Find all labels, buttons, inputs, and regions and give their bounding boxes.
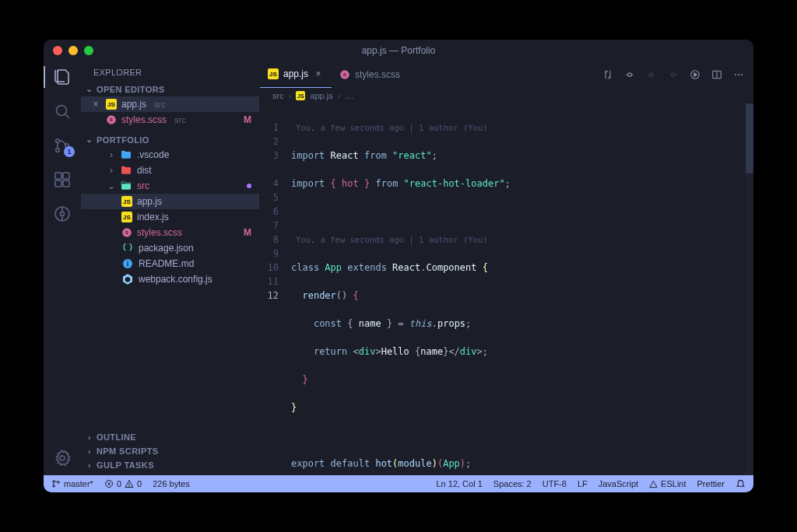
notifications-icon[interactable] [736,479,746,489]
folder-name: src [137,180,149,191]
file-item[interactable]: JS index.js [81,209,259,225]
svg-point-21 [628,72,632,76]
file-item[interactable]: S styles.scss M [81,225,259,240]
javascript-file-icon: JS [121,212,132,222]
file-name: webpack.config.js [139,274,212,285]
compare-changes-icon[interactable] [602,69,613,80]
breadcrumb-item[interactable]: app.js [310,91,332,100]
branch-name: master* [64,479,93,488]
scm-badge: 1 [64,146,75,157]
minimize-window-button[interactable] [68,46,78,55]
prettier-status[interactable]: Prettier [697,479,725,488]
codelens[interactable]: You, a few seconds ago | 1 author (You) [291,233,753,247]
svg-point-29 [741,74,743,75]
svg-point-30 [53,481,55,483]
codelens[interactable]: You, a few seconds ago | 1 author (You) [291,121,753,135]
open-editor-item[interactable]: × JS app.js src [81,96,259,112]
git-branch-status[interactable]: master* [51,479,93,488]
code-content[interactable]: You, a few seconds ago | 1 author (You) … [286,103,753,475]
close-window-button[interactable] [53,46,62,55]
problems-status[interactable]: 0 0 [104,479,142,488]
open-editors-section[interactable]: ⌄ OPEN EDITORS [81,82,259,96]
run-icon[interactable] [690,69,700,80]
git-revision-icon[interactable] [624,69,635,80]
gitlens-icon[interactable] [53,205,72,223]
outline-label: OUTLINE [97,432,136,442]
svg-text:S: S [125,230,128,235]
maximize-window-button[interactable] [84,46,93,55]
filesize-status[interactable]: 226 bytes [153,479,190,488]
svg-text:S: S [110,117,113,122]
folder-icon [120,180,132,192]
webpack-file-icon [121,273,134,285]
line-number: 4 [260,177,279,191]
line-number: 5 [260,191,279,205]
close-icon[interactable]: × [90,99,101,110]
outline-section[interactable]: › OUTLINE [81,430,259,444]
minimap[interactable] [746,103,753,475]
file-name: app.js [137,196,162,207]
indentation-status[interactable]: Spaces: 2 [493,479,532,488]
svg-text:S: S [343,72,346,77]
folder-item[interactable]: › dist [81,163,259,178]
next-change-icon[interactable] [668,69,679,80]
line-number: 2 [260,135,279,149]
npm-scripts-section[interactable]: › NPM SCRIPTS [81,444,259,458]
extensions-icon[interactable] [53,170,72,189]
javascript-file-icon: JS [121,196,132,207]
svg-point-32 [58,481,60,484]
info-file-icon [121,257,134,270]
tab-styles-scss[interactable]: S styles.scss [332,61,408,88]
search-icon[interactable] [53,102,72,121]
eol-status[interactable]: LF [578,479,588,488]
file-item[interactable]: README.md [81,256,259,271]
svg-rect-18 [127,261,128,261]
file-item[interactable]: package.json [81,240,259,256]
svg-point-37 [129,486,130,487]
chevron-right-icon: › [86,432,93,442]
settings-gear-icon[interactable] [53,449,72,467]
sidebar-title: EXPLORER [81,61,259,82]
editor-area: JS app.js × S styles.scss [260,61,753,475]
folder-item[interactable]: ⌄ src [81,178,259,194]
json-file-icon [121,242,134,254]
tab-label: styles.scss [355,69,400,80]
prev-change-icon[interactable] [646,69,657,80]
file-tree: › .vscode › dist ⌄ [81,147,259,292]
breadcrumb-item[interactable]: src [272,91,284,100]
file-item[interactable]: JS app.js [81,194,259,209]
chevron-down-icon: ⌄ [86,135,93,145]
encoding-status[interactable]: UTF-8 [542,479,567,488]
language-mode-status[interactable]: JavaScript [599,479,638,488]
open-editors-label: OPEN EDITORS [97,85,165,94]
code-area[interactable]: 1 2 3 4 5 6 7 8 9 10 11 12 You, a few se… [260,103,753,475]
folder-name: dist [137,165,152,176]
npm-scripts-label: NPM SCRIPTS [97,446,159,456]
source-control-icon[interactable]: 1 [53,136,72,155]
folder-item[interactable]: › .vscode [81,147,259,163]
tab-app-js[interactable]: JS app.js × [260,61,332,88]
gulp-tasks-section[interactable]: › GULP TASKS [81,458,259,472]
explorer-icon[interactable] [53,68,72,86]
main-area: 1 EXPLORER ⌄ OPEN EDITORS [44,61,753,475]
line-number: 1 [260,121,279,135]
file-item[interactable]: webpack.config.js [81,271,259,287]
svg-rect-17 [127,263,128,267]
portfolio-section[interactable]: ⌄ PORTFOLIO [81,132,259,147]
status-bar: master* 0 0 226 bytes Ln 12, Col 1 Space… [44,475,753,492]
eslint-status[interactable]: ESLint [649,479,686,488]
line-number: 9 [260,247,279,261]
breadcrumb-item[interactable]: … [345,91,353,100]
javascript-file-icon: JS [296,91,305,100]
line-number: 7 [260,219,279,233]
more-actions-icon[interactable] [733,69,744,80]
split-editor-icon[interactable] [711,69,722,80]
svg-point-11 [60,456,65,460]
error-icon [104,479,114,488]
open-editor-item[interactable]: × S styles.scss src M [81,112,259,128]
breadcrumbs[interactable]: src › JS app.js › … [260,88,753,103]
svg-rect-6 [55,180,61,187]
cursor-position-status[interactable]: Ln 12, Col 1 [436,479,482,488]
codelens-spacer [260,107,279,121]
close-icon[interactable]: × [313,68,324,79]
